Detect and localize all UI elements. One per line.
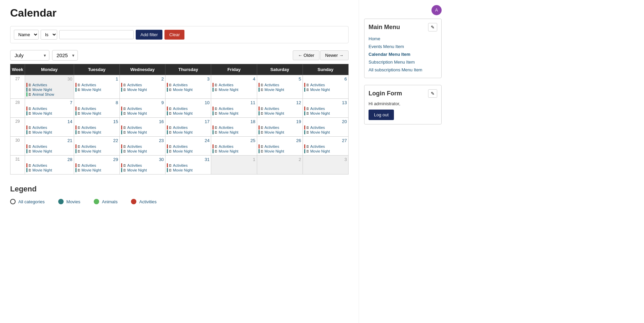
event-link[interactable]: Movie Night [82, 168, 101, 172]
day-link[interactable]: 5 [298, 76, 301, 82]
event-link[interactable]: Activities [265, 107, 279, 111]
event-link[interactable]: Movie Night [310, 111, 330, 115]
event-link[interactable]: Activities [32, 107, 47, 111]
sidebar-item-home[interactable]: Home [369, 35, 437, 43]
day-link[interactable]: 18 [250, 119, 255, 124]
event-link[interactable]: Movie Night [265, 111, 284, 115]
sidebar-item-subscription[interactable]: Subscription Menu Item [369, 58, 437, 66]
event-link[interactable]: Movie Night [32, 88, 52, 92]
day-link[interactable]: 2 [298, 157, 301, 162]
day-link[interactable]: 15 [113, 119, 118, 124]
event-link[interactable]: Activities [265, 125, 279, 130]
day-link[interactable]: 11 [250, 100, 255, 105]
month-select[interactable]: JanuaryFebruaryMarch AprilMayJune JulyAu… [10, 50, 49, 61]
event-link[interactable]: Movie Night [265, 130, 284, 134]
day-link[interactable]: 28 [67, 157, 72, 162]
day-link[interactable]: 31 [205, 157, 209, 162]
event-link[interactable]: Activities [127, 125, 142, 130]
day-link[interactable]: 9 [161, 100, 164, 105]
logout-button[interactable]: Log out [369, 110, 394, 120]
day-link[interactable]: 10 [205, 100, 209, 105]
event-link[interactable]: Activities [82, 107, 96, 111]
legend-link-all[interactable]: All categories [18, 199, 45, 204]
event-link[interactable]: Activities [173, 163, 187, 167]
event-link[interactable]: Animal Show [32, 92, 54, 96]
event-link[interactable]: Movie Night [82, 130, 101, 134]
main-menu-edit-button[interactable]: ✎ [428, 23, 437, 31]
event-link[interactable]: Movie Night [173, 130, 193, 134]
event-link[interactable]: Movie Night [173, 88, 193, 92]
day-link[interactable]: 3 [345, 157, 347, 162]
day-link[interactable]: 25 [250, 138, 255, 143]
event-link[interactable]: Activities [219, 83, 233, 87]
event-link[interactable]: Movie Night [265, 88, 284, 92]
event-link[interactable]: Activities [173, 83, 187, 87]
event-link[interactable]: Activities [219, 107, 233, 111]
event-link[interactable]: Activities [219, 144, 233, 148]
week-link[interactable]: 29 [15, 119, 20, 124]
event-link[interactable]: Movie Night [32, 149, 52, 153]
event-link[interactable]: Movie Night [127, 88, 147, 92]
week-link[interactable]: 31 [15, 157, 20, 162]
event-link[interactable]: Movie Night [219, 111, 238, 115]
add-filter-button[interactable]: Add filter [136, 30, 162, 40]
event-link[interactable]: Activities [32, 83, 47, 87]
filter-operator-select[interactable]: Is [41, 30, 57, 40]
week-link[interactable]: 28 [15, 100, 20, 105]
sidebar-item-calendar[interactable]: Calendar Menu Item [369, 50, 437, 58]
event-link[interactable]: Movie Night [173, 168, 193, 172]
login-form-edit-button[interactable]: ✎ [428, 89, 437, 98]
day-link[interactable]: 20 [342, 119, 347, 124]
clear-filter-button[interactable]: Clear [164, 30, 184, 40]
day-link[interactable]: 21 [67, 138, 72, 143]
day-link[interactable]: 2 [161, 76, 164, 82]
event-link[interactable]: Activities [127, 144, 142, 148]
day-link[interactable]: 14 [67, 119, 72, 124]
newer-button[interactable]: Newer → [320, 50, 349, 60]
day-link[interactable]: 6 [345, 76, 347, 82]
day-link[interactable]: 1 [116, 76, 118, 82]
event-link[interactable]: Movie Night [32, 168, 52, 172]
event-link[interactable]: Movie Night [82, 149, 101, 153]
event-link[interactable]: Movie Night [219, 88, 238, 92]
event-link[interactable]: Activities [173, 107, 187, 111]
sidebar-item-all-subscriptions[interactable]: All subscriptions Menu Item [369, 66, 437, 74]
week-link[interactable]: 27 [15, 76, 20, 81]
event-link[interactable]: Activities [82, 144, 96, 148]
day-link[interactable]: 30 [67, 76, 72, 82]
event-link[interactable]: Activities [310, 83, 325, 87]
event-link[interactable]: Movie Night [310, 88, 330, 92]
event-link[interactable]: Movie Night [82, 111, 101, 115]
day-link[interactable]: 22 [113, 138, 118, 143]
event-link[interactable]: Activities [310, 144, 325, 148]
day-link[interactable]: 12 [296, 100, 301, 105]
event-link[interactable]: Activities [82, 163, 96, 167]
year-select[interactable]: 2023202420252026 [52, 50, 78, 61]
day-link[interactable]: 1 [253, 157, 255, 162]
event-link[interactable]: Activities [173, 144, 187, 148]
event-link[interactable]: Movie Night [127, 130, 147, 134]
day-link[interactable]: 24 [205, 138, 209, 143]
day-link[interactable]: 23 [159, 138, 164, 143]
day-link[interactable]: 4 [253, 76, 255, 82]
event-link[interactable]: Movie Night [32, 111, 52, 115]
event-link[interactable]: Activities [127, 83, 142, 87]
event-link[interactable]: Activities [310, 107, 325, 111]
event-link[interactable]: Activities [127, 107, 142, 111]
event-link[interactable]: Movie Night [32, 130, 52, 134]
event-link[interactable]: Movie Night [82, 88, 101, 92]
event-link[interactable]: Movie Night [265, 149, 284, 153]
legend-link-movies[interactable]: Movies [66, 199, 80, 204]
filter-input[interactable] [59, 30, 134, 39]
day-link[interactable]: 3 [207, 76, 209, 82]
event-link[interactable]: Activities [219, 125, 233, 130]
day-link[interactable]: 17 [205, 119, 209, 124]
event-link[interactable]: Activities [82, 83, 96, 87]
older-button[interactable]: ← Older [293, 50, 319, 60]
event-link[interactable]: Activities [82, 125, 96, 130]
event-link[interactable]: Movie Night [173, 149, 193, 153]
event-link[interactable]: Activities [32, 144, 47, 148]
day-link[interactable]: 27 [342, 138, 347, 143]
day-link[interactable]: 7 [70, 100, 72, 105]
day-link[interactable]: 26 [296, 138, 301, 143]
